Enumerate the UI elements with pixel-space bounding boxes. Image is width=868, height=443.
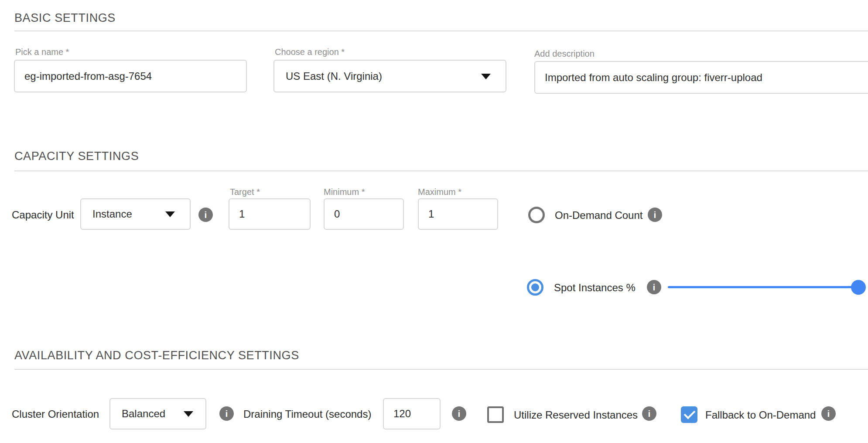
draining-timeout-input[interactable] (383, 398, 441, 429)
spot-instances-label: Spot Instances % (554, 282, 636, 294)
description-label: Add description (534, 49, 595, 59)
basic-settings-title: BASIC SETTINGS (14, 11, 116, 25)
maximum-label: Maximum * (418, 187, 461, 197)
dropdown-arrow-icon (184, 411, 193, 417)
capacity-unit-value: Instance (92, 208, 132, 220)
capacity-settings-title: CAPACITY SETTINGS (14, 150, 139, 163)
fallback-on-demand-info-icon[interactable] (821, 406, 836, 421)
on-demand-count-label: On-Demand Count (555, 209, 642, 222)
cluster-orientation-value: Balanced (122, 408, 165, 420)
on-demand-count-radio[interactable] (528, 207, 545, 223)
slider-thumb[interactable] (851, 280, 866, 295)
dropdown-arrow-icon (481, 74, 491, 79)
description-input[interactable] (534, 61, 868, 94)
target-input[interactable] (229, 198, 311, 230)
availability-settings-title: AVAILABILITY AND COST-EFFICIENCY SETTING… (14, 349, 299, 362)
maximum-input[interactable] (418, 198, 498, 230)
spot-instances-radio[interactable] (527, 279, 543, 296)
on-demand-count-info-icon[interactable] (648, 208, 662, 222)
region-dropdown-value: US East (N. Virginia) (286, 70, 382, 82)
section-divider (14, 369, 868, 370)
utilize-reserved-info-icon[interactable] (642, 406, 656, 421)
fallback-on-demand-label: Fallback to On-Demand (705, 409, 816, 421)
draining-timeout-label: Draining Timeout (seconds) (243, 408, 371, 420)
minimum-input[interactable] (324, 198, 404, 230)
elastigroup-settings-form: BASIC SETTINGS Pick a name * Choose a re… (0, 0, 868, 443)
cluster-orientation-info-icon[interactable] (219, 406, 234, 421)
capacity-unit-info-icon[interactable] (198, 208, 213, 222)
utilize-reserved-checkbox[interactable] (487, 406, 504, 423)
target-label: Target * (230, 187, 260, 197)
dropdown-arrow-icon (165, 211, 175, 217)
section-divider (14, 170, 868, 171)
fallback-on-demand-checkbox[interactable] (681, 406, 697, 423)
spot-percentage-slider[interactable] (668, 286, 858, 288)
draining-timeout-info-icon[interactable] (452, 406, 466, 421)
section-divider (14, 31, 868, 31)
name-label: Pick a name * (15, 47, 69, 57)
spot-instances-info-icon[interactable] (647, 280, 661, 294)
cluster-orientation-dropdown[interactable]: Balanced (109, 398, 206, 429)
name-input[interactable] (14, 60, 247, 92)
cluster-orientation-label: Cluster Orientation (12, 408, 99, 420)
minimum-label: Minimum * (324, 187, 365, 197)
capacity-unit-label: Capacity Unit (12, 209, 74, 221)
region-label: Choose a region * (275, 47, 345, 57)
utilize-reserved-label: Utilize Reserved Instances (514, 409, 638, 421)
capacity-unit-dropdown[interactable]: Instance (80, 198, 191, 230)
region-dropdown[interactable]: US East (N. Virginia) (273, 60, 506, 92)
